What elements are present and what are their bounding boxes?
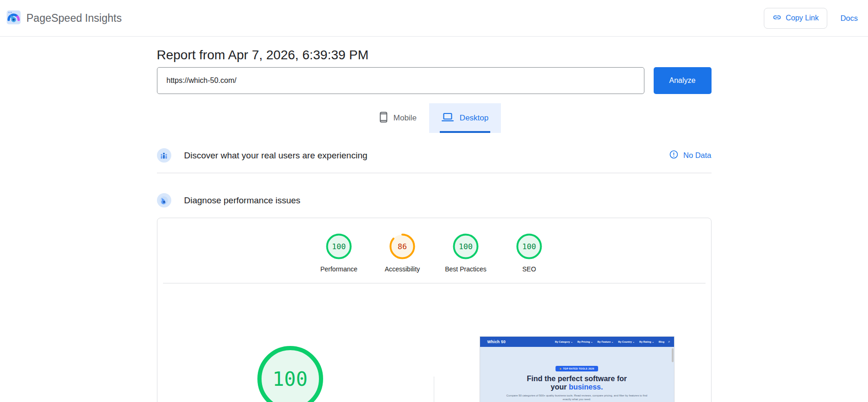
tab-mobile-label: Mobile xyxy=(393,113,417,123)
analyze-button[interactable]: Analyze xyxy=(654,67,712,94)
url-input[interactable] xyxy=(157,67,644,94)
link-icon xyxy=(773,13,781,24)
docs-link[interactable]: Docs xyxy=(840,14,858,23)
preview-nav-item: By Rating ⌄ xyxy=(639,340,654,343)
card-divider xyxy=(163,283,706,283)
score-best-practices[interactable]: 100 Best Practices xyxy=(434,233,498,273)
score-seo[interactable]: 100 SEO xyxy=(498,233,561,273)
score-accessibility[interactable]: 86 Accessibility xyxy=(371,233,434,273)
preview-badge-label: TOP RATED TOOLS 2026 xyxy=(563,367,594,370)
no-data-label: No Data xyxy=(683,151,712,160)
users-metrics-icon xyxy=(157,148,171,163)
preview-nav-items: By Category ⌄By Pricing ⌄By Feature ⌄By … xyxy=(555,340,664,343)
lab-data-title: Diagnose performance issues xyxy=(184,195,300,206)
preview-navbar: Which 50 By Category ⌄By Pricing ⌄By Fea… xyxy=(480,337,674,347)
preview-nav-item: By Category ⌄ xyxy=(555,340,573,343)
tab-desktop[interactable]: Desktop xyxy=(429,103,501,133)
speed-needle-icon xyxy=(157,193,171,207)
app-title: PageSpeed Insights xyxy=(26,12,122,25)
performance-main-score: 100 xyxy=(256,345,324,402)
score-performance[interactable]: 100 Performance xyxy=(307,233,371,273)
star-icon: ★ xyxy=(559,367,562,370)
pagespeed-logo-icon xyxy=(6,10,21,26)
category-scores: 100 Performance 86 Accessibility xyxy=(157,218,711,273)
performance-label: Performance xyxy=(320,265,357,273)
preview-nav-item: By Pricing ⌄ xyxy=(577,340,593,343)
copy-link-button[interactable]: Copy Link xyxy=(764,8,827,29)
accessibility-label: Accessibility xyxy=(385,265,420,273)
preview-badge: ★ TOP RATED TOOLS 2026 xyxy=(556,366,598,371)
best-practices-label: Best Practices xyxy=(445,265,486,273)
smartphone-icon xyxy=(380,112,387,125)
preview-heading-highlight: business. xyxy=(569,383,603,391)
site-screenshot-preview: Which 50 By Category ⌄By Pricing ⌄By Fea… xyxy=(480,336,674,402)
brand: PageSpeed Insights xyxy=(6,10,122,26)
best-practices-score: 100 xyxy=(453,233,479,259)
top-bar: PageSpeed Insights Copy Link Docs xyxy=(0,0,868,37)
performance-gauge: 100 xyxy=(326,233,352,259)
laptop-icon xyxy=(442,112,454,125)
preview-nav-item: By Feature ⌄ xyxy=(598,340,614,343)
accessibility-score: 86 xyxy=(389,233,415,259)
preview-site-logo: Which 50 xyxy=(487,339,506,344)
preview-subtext: Compare 50 categories of 500+ quality bu… xyxy=(504,394,650,401)
report-heading: Report from Apr 7, 2026, 6:39:39 PM xyxy=(157,46,712,63)
accessibility-gauge: 86 xyxy=(389,233,415,259)
lab-data-section: Diagnose performance issues xyxy=(157,193,712,207)
field-data-section: Discover what your real users are experi… xyxy=(157,148,712,173)
main-content: Report from Apr 7, 2026, 6:39:39 PM Anal… xyxy=(157,46,712,402)
url-form: Analyze xyxy=(157,67,712,94)
top-bar-actions: Copy Link Docs xyxy=(764,8,858,29)
preview-nav-item: By Country ⌄ xyxy=(618,340,635,343)
seo-score: 100 xyxy=(516,233,542,259)
field-data-title: Discover what your real users are experi… xyxy=(184,151,368,161)
performance-score: 100 xyxy=(326,233,352,259)
seo-label: SEO xyxy=(522,265,536,273)
preview-scrollbar xyxy=(672,348,674,362)
no-data-indicator[interactable]: No Data xyxy=(669,150,712,161)
device-tabs: Mobile Desktop xyxy=(157,103,712,133)
best-practices-gauge: 100 xyxy=(453,233,479,259)
tab-mobile[interactable]: Mobile xyxy=(367,103,429,133)
performance-main-gauge: 100 xyxy=(256,345,324,402)
vertical-divider xyxy=(434,377,434,402)
search-icon: ⌕ xyxy=(668,340,670,344)
copy-link-label: Copy Link xyxy=(786,14,818,22)
preview-heading: Find the perfect software for your busin… xyxy=(480,375,674,391)
lighthouse-report-card: 100 Performance 86 Accessibility xyxy=(157,218,712,402)
tab-desktop-label: Desktop xyxy=(460,113,488,123)
info-icon xyxy=(669,150,678,161)
seo-gauge: 100 xyxy=(516,233,542,259)
preview-nav-item: Blog xyxy=(659,340,664,343)
